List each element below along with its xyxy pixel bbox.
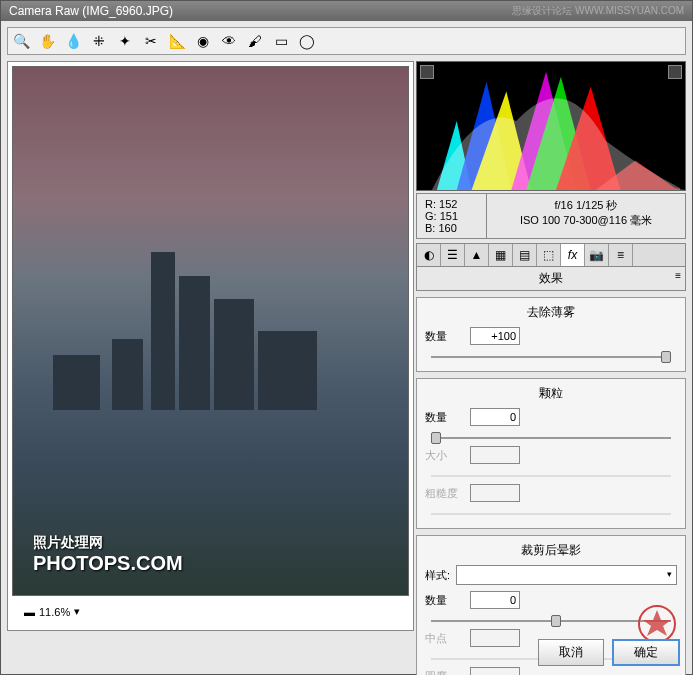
tab-lens[interactable]: ⬚ (537, 244, 561, 266)
tab-hsl[interactable]: ▦ (489, 244, 513, 266)
zoom-dropdown-icon[interactable]: ▾ (74, 605, 80, 618)
tab-bar: ◐ ☰ ▲ ▦ ▤ ⬚ fx 📷 ≡ (416, 243, 686, 267)
radial-filter-icon[interactable]: ◯ (298, 32, 316, 50)
metadata-panel: R: 152 G: 151 B: 160 f/16 1/125 秒 ISO 10… (416, 193, 686, 239)
exposure-info: f/16 1/125 秒 (495, 198, 677, 213)
zoom-control[interactable]: ▬ 11.6% ▾ (18, 603, 86, 620)
ok-button[interactable]: 确定 (612, 639, 680, 666)
cancel-button[interactable]: 取消 (538, 639, 604, 666)
straighten-icon[interactable]: 📐 (168, 32, 186, 50)
white-balance-icon[interactable]: 💧 (64, 32, 82, 50)
panel-menu-icon[interactable]: ≡ (675, 270, 681, 281)
tab-detail[interactable]: ▲ (465, 244, 489, 266)
tab-camera[interactable]: 📷 (585, 244, 609, 266)
zoom-tool-icon[interactable]: 🔍 (12, 32, 30, 50)
grain-size-slider (431, 468, 671, 484)
vignette-midpoint-label: 中点 (425, 631, 470, 646)
grain-size-label: 大小 (425, 448, 470, 463)
window-title: Camera Raw (IMG_6960.JPG) (9, 4, 173, 18)
vignette-style-select[interactable]: ▾ (456, 565, 677, 585)
preview-image[interactable]: 照片处理网 PHOTOPS.COM (12, 66, 409, 596)
grain-section: 颗粒 数量 大小 粗糙度 (416, 378, 686, 529)
rgb-b: B: 160 (425, 222, 478, 234)
grain-amount-slider[interactable] (431, 430, 671, 446)
dehaze-title: 去除薄雾 (425, 304, 677, 321)
vignette-amount-thumb[interactable] (551, 615, 561, 627)
dehaze-section: 去除薄雾 数量 (416, 297, 686, 372)
color-sampler-icon[interactable]: ⁜ (90, 32, 108, 50)
grain-rough-slider (431, 506, 671, 522)
zoom-out-icon[interactable]: ▬ (24, 606, 35, 618)
crop-tool-icon[interactable]: ✂ (142, 32, 160, 50)
camera-raw-window: Camera Raw (IMG_6960.JPG) 思缘设计论坛 WWW.MIS… (0, 0, 693, 675)
rgb-g: G: 151 (425, 210, 478, 222)
watermark-top: 思缘设计论坛 WWW.MISSYUAN.COM (512, 4, 684, 18)
zoom-level: 11.6% (39, 606, 70, 618)
vignette-amount-input[interactable] (470, 591, 520, 609)
iso-info: ISO 100 70-300@116 毫米 (495, 213, 677, 228)
dehaze-amount-input[interactable] (470, 327, 520, 345)
panel-title: 效果 ≡ (416, 267, 686, 291)
vignette-amount-label: 数量 (425, 593, 470, 608)
grain-size-input (470, 446, 520, 464)
dehaze-amount-label: 数量 (425, 329, 470, 344)
chevron-down-icon: ▾ (667, 569, 672, 579)
spot-removal-icon[interactable]: ◉ (194, 32, 212, 50)
vignette-round-input (470, 667, 520, 675)
histogram (416, 61, 686, 191)
vignette-amount-slider[interactable] (431, 613, 671, 629)
tab-split[interactable]: ▤ (513, 244, 537, 266)
gradient-filter-icon[interactable]: ▭ (272, 32, 290, 50)
vignette-style-label: 样式: (425, 568, 450, 583)
tab-effects[interactable]: fx (561, 244, 585, 266)
dehaze-slider[interactable] (431, 349, 671, 365)
vignette-title: 裁剪后晕影 (425, 542, 677, 559)
logo-stamp (637, 604, 677, 644)
grain-amount-input[interactable] (470, 408, 520, 426)
grain-title: 颗粒 (425, 385, 677, 402)
toolbar: 🔍 ✋ 💧 ⁜ ✦ ✂ 📐 ◉ 👁 🖌 ▭ ◯ (7, 27, 686, 55)
titlebar: Camera Raw (IMG_6960.JPG) 思缘设计论坛 WWW.MIS… (1, 1, 692, 21)
grain-rough-label: 粗糙度 (425, 486, 470, 501)
adjustment-brush-icon[interactable]: 🖌 (246, 32, 264, 50)
grain-amount-label: 数量 (425, 410, 470, 425)
watermark-overlay: 照片处理网 PHOTOPS.COM (33, 534, 183, 575)
tab-presets[interactable]: ≡ (609, 244, 633, 266)
rgb-r: R: 152 (425, 198, 478, 210)
hand-tool-icon[interactable]: ✋ (38, 32, 56, 50)
shadow-clip-icon[interactable] (420, 65, 434, 79)
redeye-icon[interactable]: 👁 (220, 32, 238, 50)
grain-amount-thumb[interactable] (431, 432, 441, 444)
preview-area: 照片处理网 PHOTOPS.COM ▬ 11.6% ▾ (7, 61, 414, 631)
target-adjust-icon[interactable]: ✦ (116, 32, 134, 50)
right-panel: R: 152 G: 151 B: 160 f/16 1/125 秒 ISO 10… (416, 61, 686, 675)
vignette-midpoint-input (470, 629, 520, 647)
dialog-buttons: 取消 确定 (538, 639, 680, 666)
highlight-clip-icon[interactable] (668, 65, 682, 79)
tab-curve[interactable]: ☰ (441, 244, 465, 266)
dehaze-slider-thumb[interactable] (661, 351, 671, 363)
tab-basic[interactable]: ◐ (417, 244, 441, 266)
grain-rough-input (470, 484, 520, 502)
vignette-round-label: 圆度 (425, 669, 470, 676)
